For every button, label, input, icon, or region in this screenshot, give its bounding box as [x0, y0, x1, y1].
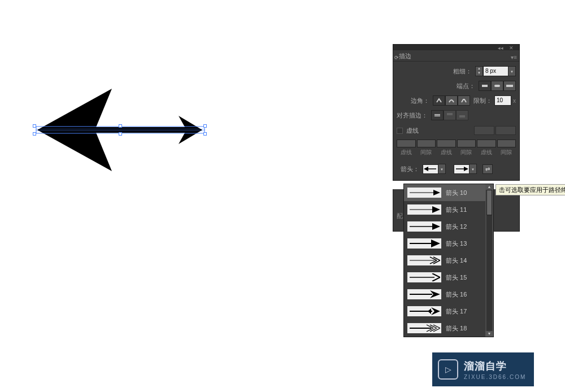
- limit-unit: x: [513, 98, 516, 104]
- list-item[interactable]: 箭头 11: [404, 201, 493, 218]
- play-icon: ▷: [438, 359, 458, 380]
- dash-grid: 虚线 间隙 虚线 间隙 虚线 间隙: [397, 140, 516, 156]
- join-round-button[interactable]: [445, 95, 458, 106]
- align-inside-button[interactable]: [444, 110, 456, 120]
- align-row: 对齐描边：: [397, 109, 516, 121]
- cap-proj-button[interactable]: [503, 81, 516, 91]
- watermark-text: 溜溜自学 ZIXUE.3D66.COM: [464, 359, 526, 380]
- weight-label: 粗细：: [445, 67, 472, 76]
- arrow-swatch: [407, 188, 441, 198]
- arrowhead-dropdown-list[interactable]: 箭头 10 箭头 11 箭头 12 箭头 13 箭头 14 箭头 15 箭头 1…: [403, 184, 494, 337]
- list-item[interactable]: 箭头 16: [404, 286, 493, 303]
- cycle-icon[interactable]: ⟳: [394, 52, 399, 63]
- panel-menu-icon[interactable]: ▾≡: [511, 52, 517, 63]
- dash-align-button[interactable]: [496, 126, 516, 135]
- svg-marker-19: [432, 206, 440, 213]
- panel-title-bar: ⟳ 描边 ▾≡: [393, 50, 519, 62]
- swap-arrows-button[interactable]: ⇄: [483, 164, 493, 174]
- weight-dropdown-icon[interactable]: ▼: [508, 66, 516, 76]
- dropdown-scrollbar[interactable]: ▲ ▼: [485, 184, 493, 337]
- dash-input-5[interactable]: [477, 140, 496, 147]
- cap-row: 端点：: [397, 80, 516, 92]
- cap-butt-button[interactable]: [479, 81, 491, 91]
- svg-marker-30: [428, 308, 431, 314]
- limit-input[interactable]: 10: [494, 95, 511, 106]
- watermark-badge: ▷ 溜溜自学 ZIXUE.3D66.COM: [432, 352, 534, 386]
- end-arrow-dropdown[interactable]: ▼: [454, 164, 477, 174]
- dash-label: 虚线: [406, 127, 419, 135]
- list-item[interactable]: 箭头 17: [404, 303, 493, 320]
- list-item[interactable]: 箭头 14: [404, 252, 493, 269]
- end-arrow-dd-icon[interactable]: ▼: [469, 164, 477, 174]
- svg-marker-21: [432, 223, 440, 230]
- list-item[interactable]: 箭头 10: [404, 184, 493, 201]
- align-center-button[interactable]: [431, 110, 444, 120]
- panel-title: 描边: [399, 53, 411, 59]
- dash-row: 虚线: [397, 124, 516, 137]
- dash-input-4[interactable]: [457, 140, 476, 147]
- arrow-swatch: [407, 272, 441, 282]
- svg-marker-29: [431, 307, 440, 315]
- dash-input-6[interactable]: [497, 140, 516, 147]
- scroll-down-icon[interactable]: ▼: [485, 331, 493, 337]
- list-item[interactable]: 箭头 18: [404, 320, 493, 337]
- artwork-arrow[interactable]: [33, 88, 208, 172]
- arrow-swatch: [407, 204, 441, 215]
- tooltip: 击可选取要应用于路径终: [496, 184, 565, 195]
- limit-label: 限制：: [473, 97, 492, 105]
- svg-rect-5: [482, 85, 488, 87]
- stroke-panel: ◂◂ ✕ ⟳ 描边 ▾≡ 粗细： ▲▼ 8 px ▼ 端点： 边角：: [393, 44, 520, 181]
- arrow-swatch: [407, 238, 441, 249]
- cap-round-button[interactable]: [491, 81, 503, 91]
- arrowhead-label: 箭头：: [397, 165, 419, 173]
- panel-tabbar: ◂◂ ✕: [393, 45, 519, 50]
- corner-label: 边角：: [402, 97, 429, 105]
- svg-rect-6: [494, 85, 500, 87]
- align-outside-button[interactable]: [456, 110, 468, 120]
- corner-row: 边角： 限制： 10 x: [397, 94, 516, 107]
- start-arrow-preview: [423, 164, 438, 174]
- join-bevel-button[interactable]: [458, 95, 470, 106]
- list-item[interactable]: 箭头 12: [404, 218, 493, 235]
- weight-row: 粗细： ▲▼ 8 px ▼: [397, 65, 516, 77]
- join-miter-button[interactable]: [433, 95, 445, 106]
- arrow-swatch: [407, 289, 441, 299]
- list-item[interactable]: 箭头 15: [404, 269, 493, 286]
- scroll-thumb[interactable]: [486, 190, 492, 215]
- svg-marker-13: [424, 167, 428, 171]
- align-label: 对齐描边：: [397, 111, 428, 120]
- svg-rect-10: [447, 113, 453, 115]
- watermark-url: ZIXUE.3D66.COM: [464, 374, 526, 380]
- scroll-up-icon[interactable]: ▲: [485, 184, 493, 190]
- dash-preserve-button[interactable]: [474, 126, 494, 135]
- weight-input[interactable]: 8 px: [483, 66, 508, 76]
- list-item[interactable]: 箭头 13: [404, 235, 493, 252]
- arrowhead-row: 箭头： ▼ ▼ ⇄: [397, 162, 516, 176]
- start-arrow-dropdown[interactable]: ▼: [423, 164, 446, 174]
- weight-stepper[interactable]: ▲▼: [475, 66, 483, 76]
- svg-rect-1: [78, 127, 191, 133]
- cap-label: 端点：: [448, 82, 475, 90]
- scale-label: 配: [397, 212, 403, 220]
- start-arrow-dd-icon[interactable]: ▼: [438, 164, 446, 174]
- watermark-title: 溜溜自学: [464, 359, 526, 373]
- arrow-swatch: [407, 323, 441, 333]
- dash-input-1[interactable]: [397, 140, 416, 147]
- arrow-swatch: [407, 255, 441, 265]
- svg-marker-23: [431, 239, 440, 247]
- arrow-swatch: [407, 221, 441, 232]
- dash-checkbox[interactable]: [397, 128, 403, 134]
- svg-rect-11: [459, 115, 465, 117]
- svg-marker-17: [433, 190, 440, 195]
- scale-right: [514, 213, 516, 220]
- svg-marker-15: [464, 167, 468, 171]
- arrow-swatch: [407, 306, 441, 316]
- dash-input-2[interactable]: [417, 140, 436, 147]
- end-arrow-preview: [454, 164, 470, 174]
- svg-rect-7: [506, 85, 513, 87]
- dash-input-3[interactable]: [437, 140, 456, 147]
